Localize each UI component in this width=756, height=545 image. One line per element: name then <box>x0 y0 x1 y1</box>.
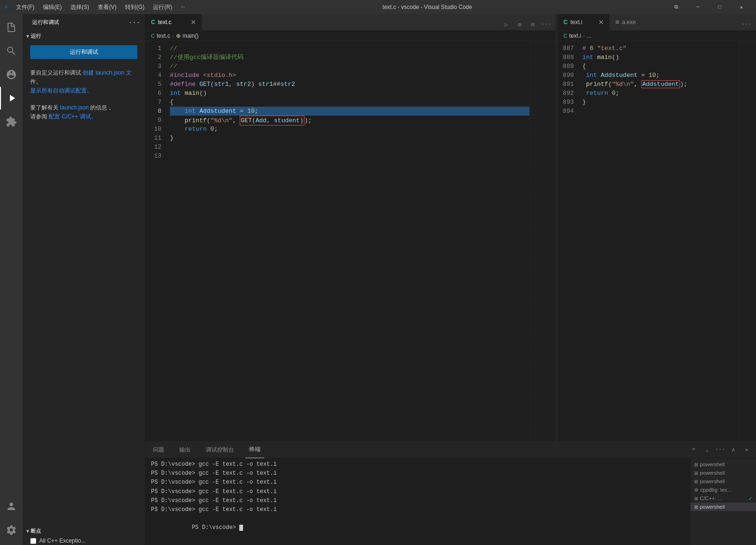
activity-account[interactable] <box>0 495 23 518</box>
right-breadcrumb-rest[interactable]: ... <box>587 33 591 39</box>
shell-item-6[interactable]: ⊞ powershell <box>690 503 756 511</box>
run-debug-button[interactable]: 运行和调试 <box>30 45 137 59</box>
sidebar-info-text: 要自定义运行和调试 创建 launch.json 文 件。 显示所有自动调试配置… <box>23 67 145 98</box>
shell-label-1: powershell <box>700 461 725 467</box>
show-configs-link[interactable]: 显示所有自动调试配置。 <box>30 87 92 94</box>
right-tab-actions: ··· <box>737 19 756 30</box>
breakpoint-item[interactable]: All C++ Exceptio... <box>23 537 145 545</box>
code-line-2: //使用gcc编译器编译代码 <box>170 53 529 62</box>
terminal-split-btn[interactable]: ⌄ <box>701 444 713 455</box>
terminal-tab-problems[interactable]: 问题 <box>149 442 168 458</box>
terminal-add-btn[interactable]: + <box>688 444 699 455</box>
terminal-close-btn[interactable]: ✕ <box>741 444 752 455</box>
breadcrumb-func[interactable]: main() <box>183 33 199 39</box>
breakpoint-label: All C++ Exceptio... <box>39 537 86 544</box>
menu-goto[interactable]: 转到(G) <box>121 2 148 12</box>
menu-file[interactable]: 文件(F) <box>12 2 38 12</box>
breadcrumb-file[interactable]: text.c <box>157 33 170 39</box>
code-line-9: printf("%d\n", GET(Add, student)); <box>170 116 529 125</box>
right-line-894 <box>582 107 738 116</box>
launch-json-link[interactable]: launch.json <box>60 104 89 111</box>
code-line-12 <box>170 143 529 151</box>
terminal-main[interactable]: PS D:\vscode> gcc -E text.c -o text.i PS… <box>145 458 690 545</box>
sidebar-more-btn[interactable]: ··· <box>127 18 141 27</box>
run-section-header[interactable]: ▾ 运行 <box>23 31 145 42</box>
code-lines[interactable]: // //使用gcc编译器编译代码 // #include <stdio.h> … <box>166 41 529 441</box>
shell-icon-2: ⊞ <box>694 470 698 476</box>
tab-c-icon: C <box>151 19 155 25</box>
activity-explorer[interactable] <box>0 16 23 39</box>
minimap <box>529 41 555 441</box>
sidebar-header: 运行和调试 ··· <box>23 14 145 31</box>
activity-git[interactable] <box>0 63 23 86</box>
close-btn[interactable]: ✕ <box>731 0 752 14</box>
menu-edit[interactable]: 编辑(E) <box>39 2 66 12</box>
menu-select[interactable]: 选择(S) <box>67 2 93 12</box>
right-line-890: int Addstudent = 10; <box>582 71 738 80</box>
terminal-shell-list: ⊞ powershell ⊞ powershell ⊞ powershell ⚙… <box>690 458 756 545</box>
code-line-8: int Addstudent = 10; <box>170 107 529 116</box>
line-numbers: 1 2 3 4 5 6 7 8 9 10 11 12 13 <box>145 41 166 441</box>
tab-text-c-label: text.c <box>158 19 172 25</box>
tab-more-btn[interactable]: ··· <box>540 19 552 30</box>
minimize-btn[interactable]: ─ <box>687 0 709 14</box>
terminal-tab-output[interactable]: 输出 <box>176 442 194 458</box>
breakpoints-chevron: ▾ <box>26 528 29 534</box>
right-breadcrumb: C text.i › ... <box>558 31 756 41</box>
menu-more[interactable]: ··· <box>177 2 189 12</box>
breadcrumb-func-icon: ⊕ <box>176 33 181 39</box>
menu-run[interactable]: 运行(R) <box>149 2 176 12</box>
tab-a-exe[interactable]: ⊞ a.exe <box>610 14 647 30</box>
terminal-line-1: PS D:\vscode> gcc -E text.c -o text.i <box>151 460 684 469</box>
right-breadcrumb-file[interactable]: text.i <box>569 33 581 39</box>
code-line-3: // <box>170 62 529 71</box>
shell-icon-4: ⚙ <box>694 487 698 493</box>
tab-text-c[interactable]: C text.c ✕ <box>145 14 202 30</box>
settings-btn[interactable]: ⚙ <box>514 19 525 30</box>
right-more-btn[interactable]: ··· <box>741 19 752 30</box>
right-line-888: int main() <box>582 53 738 62</box>
right-code-lines[interactable]: # 6 "text.c" int main() { int Addstudent… <box>579 41 738 441</box>
activity-settings[interactable] <box>0 519 23 541</box>
breakpoints-section-header[interactable]: ▾ 断点 <box>23 526 145 537</box>
config-cpp-link[interactable]: 配置 C/C++ 调试。 <box>49 113 96 120</box>
terminal-up-btn[interactable]: ∧ <box>728 444 739 455</box>
maximize-btn[interactable]: □ <box>709 0 731 14</box>
shell-item-5[interactable]: ⊞ C/C++: ... ✓ <box>690 494 756 503</box>
shell-label-4: cppdbg: tex... <box>700 487 731 493</box>
split-btn[interactable]: ⊟ <box>527 19 538 30</box>
create-launch-link[interactable]: 创建 launch.json 文 <box>83 69 131 76</box>
shell-item-2[interactable]: ⊞ powershell <box>690 469 756 477</box>
left-tab-bar: C text.c ✕ ▷ ⚙ ⊟ ··· <box>145 14 555 31</box>
code-line-6: int main() <box>170 89 529 98</box>
right-tab-label: text.i <box>571 19 582 25</box>
activity-run[interactable] <box>0 87 23 109</box>
tab-text-i[interactable]: C text.i ✕ <box>558 14 610 30</box>
right-line-889: { <box>582 62 738 71</box>
terminal-tab-debug-console[interactable]: 调试控制台 <box>202 442 238 458</box>
right-tab-close[interactable]: ✕ <box>597 18 605 26</box>
terminal-more-btn[interactable]: ··· <box>714 444 726 455</box>
activity-search[interactable] <box>0 40 23 62</box>
terminal-tab-terminal[interactable]: 终端 <box>245 442 264 458</box>
left-code-content[interactable]: 1 2 3 4 5 6 7 8 9 10 11 12 13 <box>145 41 555 441</box>
right-editor: C text.i ✕ ⊞ a.exe ··· C text.i <box>558 14 756 441</box>
activity-bar <box>0 14 23 545</box>
run-btn[interactable]: ▷ <box>501 19 512 30</box>
code-line-1: // <box>170 44 529 53</box>
sidebar-title: 运行和调试 <box>32 19 59 26</box>
right-code-content[interactable]: 887 888 889 890 891 892 893 894 # 6 "tex… <box>558 41 756 441</box>
layout-btn[interactable]: ⧉ <box>665 0 687 14</box>
left-editor: C text.c ✕ ▷ ⚙ ⊟ ··· C text.c › <box>145 14 555 441</box>
activity-extensions[interactable] <box>0 110 23 133</box>
tab-close-btn[interactable]: ✕ <box>189 18 198 26</box>
shell-item-1[interactable]: ⊞ powershell <box>690 460 756 469</box>
menu-view[interactable]: 查看(V) <box>94 2 120 12</box>
shell-item-3[interactable]: ⊞ powershell <box>690 477 756 486</box>
breakpoint-checkbox[interactable] <box>30 538 36 544</box>
right-breadcrumb-icon: C <box>563 33 567 39</box>
shell-item-4[interactable]: ⚙ cppdbg: tex... <box>690 486 756 494</box>
code-line-7: { <box>170 98 529 107</box>
sidebar-actions: ··· <box>127 18 141 27</box>
right-line-891: printf("%d\n", Addstudent); <box>582 80 738 89</box>
